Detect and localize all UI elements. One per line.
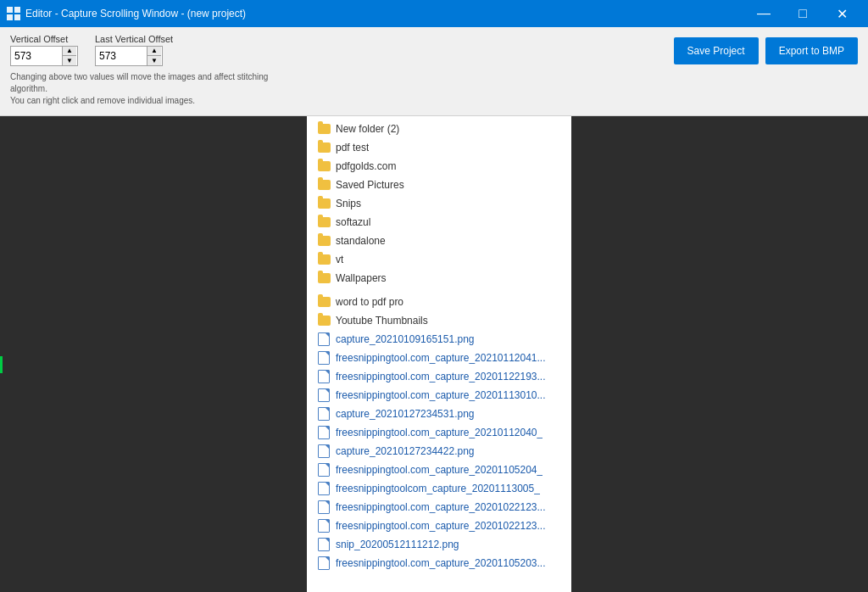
- png-file-icon: [317, 407, 331, 421]
- toolbar: Vertical Offset ▲ ▼ Last Vertical Offset…: [0, 27, 868, 116]
- folder-icon: [317, 295, 331, 309]
- svg-rect-0: [7, 7, 13, 13]
- png-file-icon: [317, 332, 331, 346]
- list-item[interactable]: freesnippingtool.com_capture_20201022123…: [307, 498, 571, 517]
- list-item[interactable]: pdfgolds.com: [307, 157, 571, 176]
- app-icon: [7, 7, 20, 20]
- file-name: capture_20210127234422.png: [336, 445, 475, 457]
- list-item[interactable]: Wallpapers: [307, 269, 571, 288]
- file-name: freesnippingtool.com_capture_20201105204…: [336, 464, 542, 476]
- main-content: New folder (2) pdf test pdfgolds.com Sav…: [0, 116, 868, 592]
- folder-icon: [317, 178, 331, 192]
- png-file-icon: [317, 444, 331, 458]
- list-item[interactable]: word to pdf pro: [307, 293, 571, 311]
- folder-name: Saved Pictures: [336, 179, 404, 191]
- toolbar-left: Vertical Offset ▲ ▼ Last Vertical Offset…: [10, 34, 307, 107]
- last-vertical-offset-down[interactable]: ▼: [147, 56, 161, 65]
- svg-rect-2: [7, 14, 13, 20]
- folder-icon: [317, 253, 331, 266]
- last-vertical-offset-group: Last Vertical Offset ▲ ▼: [95, 34, 173, 66]
- png-file-icon: [317, 556, 331, 570]
- vertical-offset-spinner: ▲ ▼: [10, 46, 78, 66]
- last-vertical-offset-label: Last Vertical Offset: [95, 34, 173, 44]
- right-panel: [571, 116, 868, 592]
- folder-name: Youtube Thumbnails: [336, 315, 428, 327]
- last-vertical-offset-buttons: ▲ ▼: [147, 47, 161, 65]
- folder-name: word to pdf pro: [336, 296, 403, 308]
- folder-icon: [317, 159, 331, 173]
- export-bmp-button[interactable]: Export to BMP: [765, 37, 858, 64]
- last-vertical-offset-up[interactable]: ▲: [147, 47, 161, 56]
- list-item[interactable]: freesnippingtool.com_capture_20201113010…: [307, 386, 571, 405]
- vertical-offset-label: Vertical Offset: [10, 34, 78, 44]
- png-file-icon: [317, 388, 331, 402]
- folder-name: Wallpapers: [336, 272, 387, 284]
- file-name: freesnippingtoolcom_capture_20201113005_: [336, 483, 540, 494]
- list-item[interactable]: Saved Pictures: [307, 176, 571, 194]
- maximize-button[interactable]: □: [783, 0, 822, 27]
- list-item[interactable]: capture_20210127234422.png: [307, 442, 571, 461]
- png-file-icon: [317, 370, 331, 383]
- list-item[interactable]: pdf test: [307, 138, 571, 157]
- file-name: freesnippingtool.com_capture_20201122193…: [336, 371, 546, 383]
- list-item[interactable]: freesnippingtoolcom_capture_20201113005_: [307, 479, 571, 498]
- toolbar-fields: Vertical Offset ▲ ▼ Last Vertical Offset…: [10, 34, 307, 66]
- file-name: freesnippingtool.com_capture_20210112040…: [336, 427, 542, 438]
- title-bar-left: Editor - Capture Scrolling Window - (new…: [7, 7, 246, 20]
- left-panel: [0, 116, 307, 592]
- list-item[interactable]: capture_20210109165151.png: [307, 330, 571, 349]
- toolbar-right: Save Project Export to BMP: [674, 34, 858, 64]
- folder-icon: [317, 314, 331, 327]
- list-item[interactable]: freesnippingtool.com_capture_20210112041…: [307, 349, 571, 367]
- list-item[interactable]: vt: [307, 250, 571, 269]
- hint-text: Changing above two values will move the …: [10, 71, 307, 107]
- last-vertical-offset-input[interactable]: [96, 47, 147, 65]
- folder-icon: [317, 271, 331, 285]
- folder-name: pdf test: [336, 142, 369, 154]
- list-item[interactable]: freesnippingtool.com_capture_20201022123…: [307, 517, 571, 535]
- green-indicator: [0, 356, 3, 373]
- file-name: capture_20210127234531.png: [336, 408, 475, 420]
- list-item[interactable]: Youtube Thumbnails: [307, 311, 571, 330]
- window-controls: — □ ✕: [744, 0, 861, 27]
- png-file-icon: [317, 351, 331, 365]
- last-vertical-offset-spinner: ▲ ▼: [95, 46, 163, 66]
- vertical-offset-up[interactable]: ▲: [63, 47, 76, 56]
- list-item[interactable]: snip_20200512111212.png: [307, 535, 571, 554]
- file-list: New folder (2) pdf test pdfgolds.com Sav…: [307, 116, 571, 576]
- list-item[interactable]: freesnippingtool.com_capture_20201105203…: [307, 554, 571, 572]
- list-item[interactable]: softazul: [307, 213, 571, 232]
- save-project-button[interactable]: Save Project: [674, 37, 759, 64]
- file-name: freesnippingtool.com_capture_20201022123…: [336, 501, 546, 513]
- title-bar: Editor - Capture Scrolling Window - (new…: [0, 0, 868, 27]
- vertical-offset-group: Vertical Offset ▲ ▼: [10, 34, 78, 66]
- folder-name: New folder (2): [336, 123, 399, 135]
- svg-rect-1: [14, 7, 20, 13]
- list-item[interactable]: freesnippingtool.com_capture_20210112040…: [307, 423, 571, 442]
- vertical-offset-buttons: ▲ ▼: [62, 47, 76, 65]
- file-name: freesnippingtool.com_capture_20201113010…: [336, 389, 546, 401]
- vertical-offset-input[interactable]: [11, 47, 62, 65]
- list-item[interactable]: capture_20210127234531.png: [307, 405, 571, 423]
- folder-icon: [317, 122, 331, 136]
- folder-icon: [317, 141, 331, 154]
- minimize-button[interactable]: —: [744, 0, 783, 27]
- list-item[interactable]: freesnippingtool.com_capture_20201122193…: [307, 367, 571, 386]
- svg-rect-3: [14, 14, 20, 20]
- file-name: snip_20200512111212.png: [336, 539, 459, 550]
- folder-name: standalone: [336, 235, 386, 247]
- folder-icon: [317, 215, 331, 229]
- vertical-offset-down[interactable]: ▼: [63, 56, 76, 65]
- folder-name: pdfgolds.com: [336, 160, 396, 172]
- close-button[interactable]: ✕: [822, 0, 861, 27]
- file-browser[interactable]: New folder (2) pdf test pdfgolds.com Sav…: [307, 116, 571, 592]
- png-file-icon: [317, 519, 331, 533]
- folder-icon: [317, 197, 331, 210]
- list-item[interactable]: standalone: [307, 232, 571, 250]
- list-item[interactable]: Snips: [307, 194, 571, 213]
- list-item[interactable]: New folder (2): [307, 120, 571, 138]
- png-file-icon: [317, 426, 331, 439]
- file-name: freesnippingtool.com_capture_20201022123…: [336, 520, 546, 532]
- file-name: freesnippingtool.com_capture_20210112041…: [336, 352, 546, 364]
- list-item[interactable]: freesnippingtool.com_capture_20201105204…: [307, 461, 571, 479]
